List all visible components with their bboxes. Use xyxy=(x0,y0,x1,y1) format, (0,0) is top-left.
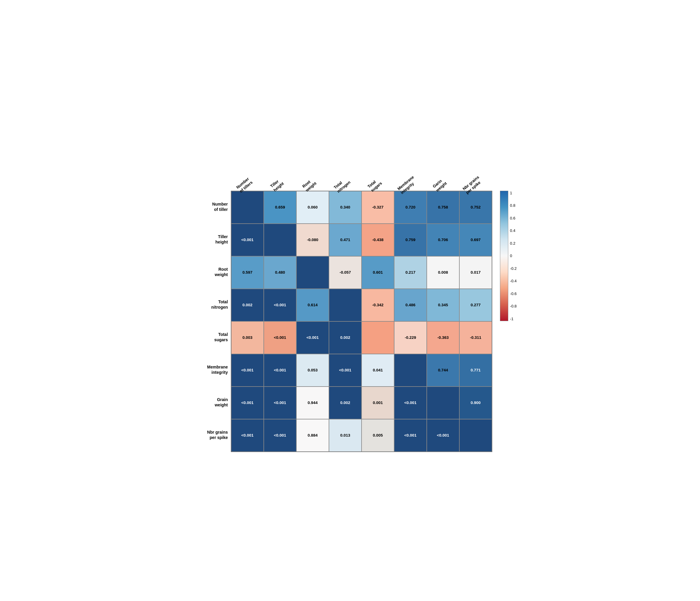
row-labels: Number of tillerTiller heightRoot weight… xyxy=(183,191,231,452)
cell-1-6: 0.706 xyxy=(427,224,459,256)
cell-5-5 xyxy=(394,354,427,387)
legend-label-2: 0.6 xyxy=(510,216,517,220)
cell-4-5: -0.229 xyxy=(394,321,427,354)
legend-label-3: 0.4 xyxy=(510,228,517,233)
row-label-7: Nbr grains per spike xyxy=(183,419,231,451)
cell-4-6: -0.363 xyxy=(427,321,459,354)
row-label-5: Membrane integrity xyxy=(183,354,231,386)
cell-3-5: 0.486 xyxy=(394,289,427,321)
matrix-grid: 0.6590.0600.340-0.3270.7200.7580.752<0.0… xyxy=(231,191,492,452)
matrix-row-4: 0.003<0.001<0.0010.002-0.229-0.363-0.311 xyxy=(231,321,492,354)
cell-7-1: <0.001 xyxy=(264,419,296,452)
row-label-6: Grain weight xyxy=(183,386,231,419)
cell-7-0: <0.001 xyxy=(231,419,264,452)
row-label-3: Total nitrogen xyxy=(183,288,231,321)
cell-0-3: 0.340 xyxy=(329,191,361,224)
cell-3-7: 0.277 xyxy=(459,289,492,321)
cell-6-3: 0.002 xyxy=(329,387,361,419)
matrix-row-0: 0.6590.0600.340-0.3270.7200.7580.752 xyxy=(231,191,492,224)
legend-bar xyxy=(500,191,508,321)
cell-4-1: <0.001 xyxy=(264,321,296,354)
cell-3-0: 0.002 xyxy=(231,289,264,321)
cell-6-7: 0.900 xyxy=(459,387,492,419)
cell-1-7: 0.697 xyxy=(459,224,492,256)
cell-0-4: -0.327 xyxy=(361,191,394,224)
cell-5-4: 0.041 xyxy=(361,354,394,387)
row-label-1: Tiller height xyxy=(183,223,231,256)
row-label-2: Root weight xyxy=(183,256,231,288)
legend-container: 10.80.60.40.20-0.2-0.4-0.6-0.8-1 xyxy=(500,191,517,321)
cell-7-4: 0.005 xyxy=(361,419,394,452)
matrix-row-2: 0.5970.480-0.0570.6010.2170.0080.017 xyxy=(231,256,492,289)
cell-1-0: <0.001 xyxy=(231,224,264,256)
cell-0-2: 0.060 xyxy=(296,191,329,224)
cell-3-2: 0.614 xyxy=(296,289,329,321)
cell-6-2: 0.944 xyxy=(296,387,329,419)
col-label-5: Membrane integrity xyxy=(395,149,427,191)
cell-0-1: 0.659 xyxy=(264,191,296,224)
cell-2-0: 0.597 xyxy=(231,256,264,289)
cell-7-3: 0.013 xyxy=(329,419,361,452)
legend-labels: 10.80.60.40.20-0.2-0.4-0.6-0.8-1 xyxy=(510,191,517,321)
cell-3-6: 0.345 xyxy=(427,289,459,321)
row-label-0: Number of tiller xyxy=(183,191,231,223)
cell-0-7: 0.752 xyxy=(459,191,492,224)
cell-4-2: <0.001 xyxy=(296,321,329,354)
col-label-0: Number of tillers xyxy=(231,149,264,191)
matrix-row-7: <0.001<0.0010.8840.0130.005<0.001<0.001 xyxy=(231,419,492,452)
col-label-1: Tiller height xyxy=(264,149,297,191)
cell-5-0: <0.001 xyxy=(231,354,264,387)
cell-6-4: 0.001 xyxy=(361,387,394,419)
row-label-4: Total sugars xyxy=(183,321,231,354)
column-labels: Number of tillersTiller heightRoot weigh… xyxy=(231,149,492,191)
cell-4-7: -0.311 xyxy=(459,321,492,354)
cell-2-2 xyxy=(296,256,329,289)
legend-label-7: -0.4 xyxy=(510,279,517,283)
cell-5-2: 0.053 xyxy=(296,354,329,387)
col-label-7: Nbr grains per spike xyxy=(460,149,492,191)
matrix-body: Number of tillerTiller heightRoot weight… xyxy=(183,191,492,452)
cell-4-4 xyxy=(361,321,394,354)
cell-3-1: <0.001 xyxy=(264,289,296,321)
matrix-row-1: <0.001-0.0800.471-0.4380.7590.7060.697 xyxy=(231,224,492,256)
legend-label-4: 0.2 xyxy=(510,241,517,245)
cell-1-3: 0.471 xyxy=(329,224,361,256)
cell-0-5: 0.720 xyxy=(394,191,427,224)
legend-label-10: -1 xyxy=(510,317,517,321)
cell-2-6: 0.008 xyxy=(427,256,459,289)
cell-6-6 xyxy=(427,387,459,419)
matrix-row-5: <0.001<0.0010.053<0.0010.0410.7440.771 xyxy=(231,354,492,387)
cell-1-2: -0.080 xyxy=(296,224,329,256)
col-label-2: Root weight xyxy=(297,149,329,191)
cell-6-1: <0.001 xyxy=(264,387,296,419)
cell-6-0: <0.001 xyxy=(231,387,264,419)
matrix-wrapper: Number of tillersTiller heightRoot weigh… xyxy=(183,149,492,452)
legend-label-8: -0.6 xyxy=(510,291,517,296)
legend-label-5: 0 xyxy=(510,254,517,258)
legend-label-6: -0.2 xyxy=(510,266,517,271)
cell-5-6: 0.744 xyxy=(427,354,459,387)
cell-4-0: 0.003 xyxy=(231,321,264,354)
cell-3-4: -0.342 xyxy=(361,289,394,321)
cell-6-5: <0.001 xyxy=(394,387,427,419)
cell-5-7: 0.771 xyxy=(459,354,492,387)
cell-2-4: 0.601 xyxy=(361,256,394,289)
cell-0-6: 0.758 xyxy=(427,191,459,224)
cell-1-4: -0.438 xyxy=(361,224,394,256)
cell-0-0 xyxy=(231,191,264,224)
cell-4-3: 0.002 xyxy=(329,321,361,354)
col-label-4: Total sugars xyxy=(362,149,395,191)
cell-1-1 xyxy=(264,224,296,256)
matrix-row-3: 0.002<0.0010.614-0.3420.4860.3450.277 xyxy=(231,289,492,321)
chart-container: Number of tillersTiller heightRoot weigh… xyxy=(183,149,517,452)
legend-label-9: -0.8 xyxy=(510,304,517,308)
cell-2-5: 0.217 xyxy=(394,256,427,289)
cell-5-3: <0.001 xyxy=(329,354,361,387)
col-label-6: Garin weight xyxy=(427,149,460,191)
legend-with-labels: 10.80.60.40.20-0.2-0.4-0.6-0.8-1 xyxy=(500,191,517,321)
legend-label-0: 1 xyxy=(510,191,517,195)
cell-3-3 xyxy=(329,289,361,321)
matrix-row-6: <0.001<0.0010.9440.0020.001<0.0010.900 xyxy=(231,387,492,419)
cell-7-6: <0.001 xyxy=(427,419,459,452)
cell-7-2: 0.884 xyxy=(296,419,329,452)
